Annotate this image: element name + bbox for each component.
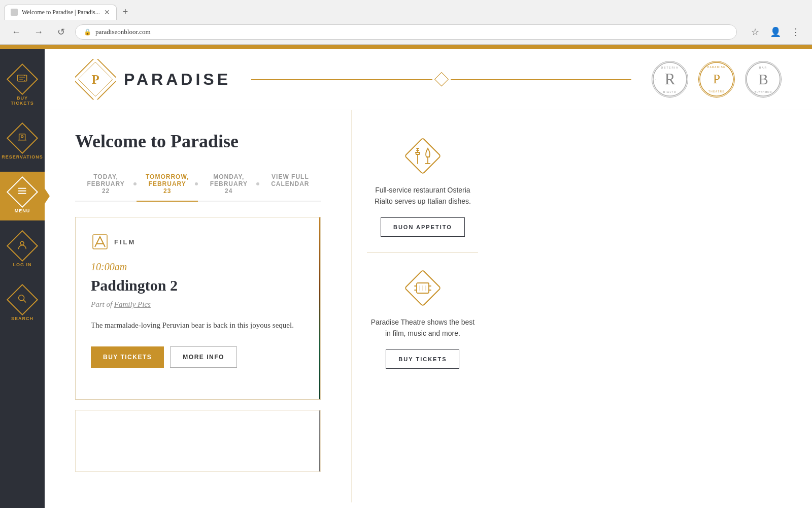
- sidebar-item-reservations[interactable]: RESERVATIONS: [0, 118, 45, 167]
- tab-tomorrow[interactable]: TOMORROW, FEBRUARY 23: [137, 167, 198, 202]
- address-bar: ← → ↺ 🔒 paradiseonbloor.com ☆ 👤 ⋮: [0, 20, 812, 44]
- lock-icon: 🔒: [84, 28, 91, 36]
- tab-tomorrow-label: TOMORROW,: [145, 173, 190, 180]
- theatre-section: Paradise Theatre shows the best in film,…: [367, 252, 478, 384]
- browser-chrome: Welcome to Paradise | Paradis... ✕ + ← →…: [0, 0, 812, 45]
- film-card-2-info: [76, 410, 319, 471]
- buy-tickets-diamond: [7, 64, 38, 95]
- header-divider: [251, 74, 631, 84]
- refresh-button[interactable]: ↺: [53, 24, 69, 40]
- tab-monday[interactable]: MONDAY, FEBRUARY 24: [198, 167, 259, 202]
- search-diamond: [7, 284, 38, 315]
- sidebar-label-search: SEARCH: [11, 316, 33, 321]
- active-tab[interactable]: Welcome to Paradise | Paradis... ✕: [4, 5, 117, 20]
- forward-button[interactable]: →: [30, 24, 47, 40]
- logo-area: P PARADISE: [75, 59, 231, 100]
- film-buy-tickets-button[interactable]: BUY TICKETS: [91, 346, 164, 368]
- browser-right-icons: ☆ 👤 ⋮: [747, 24, 804, 40]
- film-card-image: [319, 217, 320, 399]
- sidebar-item-search[interactable]: SEARCH: [0, 279, 45, 328]
- logo-diamond: P: [75, 59, 116, 100]
- film-time: 10:00am: [91, 261, 304, 273]
- tab-calendar-label: VIEW FULL: [267, 173, 313, 180]
- svg-text:OSTERIA: OSTERIA: [661, 67, 679, 69]
- film-card-2: [75, 410, 321, 472]
- restaurant-description: Full-service restaurant Osteria Rialto s…: [367, 184, 478, 207]
- main-wrapper: BUY TICKETS RESERVATIONS: [0, 49, 812, 508]
- sidebar-label-log-in: LOG IN: [13, 262, 32, 267]
- svg-point-2: [21, 241, 24, 245]
- menu-icon: [17, 185, 28, 199]
- svg-text:PARADISE: PARADISE: [707, 66, 726, 69]
- sidebar-item-log-in[interactable]: LOG IN: [0, 226, 45, 274]
- tab-today[interactable]: TODAY, FEBRUARY 22: [75, 167, 137, 202]
- theatre-icon: [402, 268, 443, 308]
- buy-tickets-icon: [17, 73, 28, 86]
- bar-logo[interactable]: B BAR BLYTHMOR: [745, 61, 782, 98]
- svg-text:·: ·: [654, 79, 657, 79]
- restaurant-icon: [402, 136, 443, 176]
- svg-point-1: [21, 136, 23, 138]
- tab-today-label: TODAY,: [83, 173, 128, 180]
- theatre-buy-tickets-button[interactable]: BUY TICKETS: [386, 350, 459, 369]
- sidebar-label-reservations: RESERVATIONS: [2, 154, 43, 160]
- film-series-link[interactable]: Family Pics: [114, 300, 151, 308]
- address-input[interactable]: 🔒 paradiseonbloor.com: [75, 24, 737, 40]
- main-content: Welcome to Paradise TODAY, FEBRUARY 22 T…: [45, 110, 351, 502]
- logo-text: PARADISE: [124, 70, 231, 89]
- tab-monday-label: MONDAY,: [206, 173, 251, 180]
- tab-calendar-sublabel: CALENDAR: [267, 180, 313, 187]
- header-logos: R OSTERIA RIALTO · P PARADISE THEATRE: [652, 61, 782, 98]
- tab-calendar[interactable]: VIEW FULL CALENDAR: [259, 167, 321, 202]
- tab-tomorrow-sublabel: FEBRUARY 23: [145, 180, 190, 195]
- svg-rect-44: [405, 138, 441, 174]
- menu-diamond: [7, 176, 38, 208]
- film-category-icon: [91, 233, 109, 251]
- right-panel: Full-service restaurant Osteria Rialto s…: [351, 110, 493, 502]
- sidebar-item-menu[interactable]: MENU: [0, 172, 45, 220]
- content-area: P PARADISE R OSTERIA RIALTO: [45, 49, 812, 508]
- svg-text:P: P: [91, 73, 99, 86]
- address-text: paradiseonbloor.com: [95, 28, 151, 36]
- film-category-text: FILM: [114, 238, 136, 246]
- paradise-theatre-logo[interactable]: P PARADISE THEATRE: [698, 61, 735, 98]
- new-tab-button[interactable]: +: [119, 5, 132, 19]
- film-card: FILM 10:00am Paddington 2 Part of Family…: [75, 217, 321, 400]
- svg-text:P: P: [713, 72, 720, 86]
- date-tabs: TODAY, FEBRUARY 22 TOMORROW, FEBRUARY 23…: [75, 167, 321, 202]
- tab-close-button[interactable]: ✕: [104, 8, 110, 17]
- buon-appetito-button[interactable]: BUON APPETITO: [381, 217, 465, 237]
- sidebar-item-buy-tickets[interactable]: BUY TICKETS: [0, 59, 45, 113]
- film-more-info-button[interactable]: MORE INFO: [170, 346, 237, 368]
- reservations-icon: [17, 132, 28, 145]
- film-card-info: FILM 10:00am Paddington 2 Part of Family…: [76, 217, 319, 399]
- page-layout: Welcome to Paradise TODAY, FEBRUARY 22 T…: [45, 110, 812, 502]
- tab-title: Welcome to Paradise | Paradis...: [22, 9, 100, 16]
- search-icon: [17, 293, 28, 307]
- reservations-diamond: [7, 122, 38, 154]
- sidebar-label-menu: MENU: [15, 208, 30, 213]
- svg-text:B: B: [758, 71, 768, 87]
- bookmark-button[interactable]: ☆: [747, 24, 763, 40]
- account-button[interactable]: 👤: [767, 24, 784, 40]
- film-series: Part of Family Pics: [91, 300, 304, 309]
- svg-point-3: [19, 295, 24, 301]
- tab-today-sublabel: FEBRUARY 22: [83, 180, 128, 195]
- login-icon: [17, 239, 28, 253]
- header-line-left: [251, 79, 432, 80]
- back-button[interactable]: ←: [8, 24, 24, 40]
- svg-text:R: R: [665, 70, 675, 88]
- svg-text:THEATRE: THEATRE: [708, 90, 725, 93]
- svg-text:BAR: BAR: [759, 67, 767, 69]
- header-center-diamond: [434, 72, 448, 86]
- header-line-right: [451, 79, 632, 80]
- tab-favicon: [11, 9, 18, 16]
- theatre-description: Paradise Theatre shows the best in film,…: [367, 316, 478, 339]
- svg-rect-0: [18, 75, 27, 81]
- tab-bar: Welcome to Paradise | Paradis... ✕ +: [0, 0, 812, 20]
- film-series-prefix: Part of: [91, 300, 112, 308]
- sidebar-label-buy-tickets: BUY TICKETS: [5, 96, 40, 106]
- browser-menu-button[interactable]: ⋮: [788, 24, 804, 40]
- login-diamond: [7, 230, 38, 262]
- rialto-logo[interactable]: R OSTERIA RIALTO ·: [652, 61, 688, 98]
